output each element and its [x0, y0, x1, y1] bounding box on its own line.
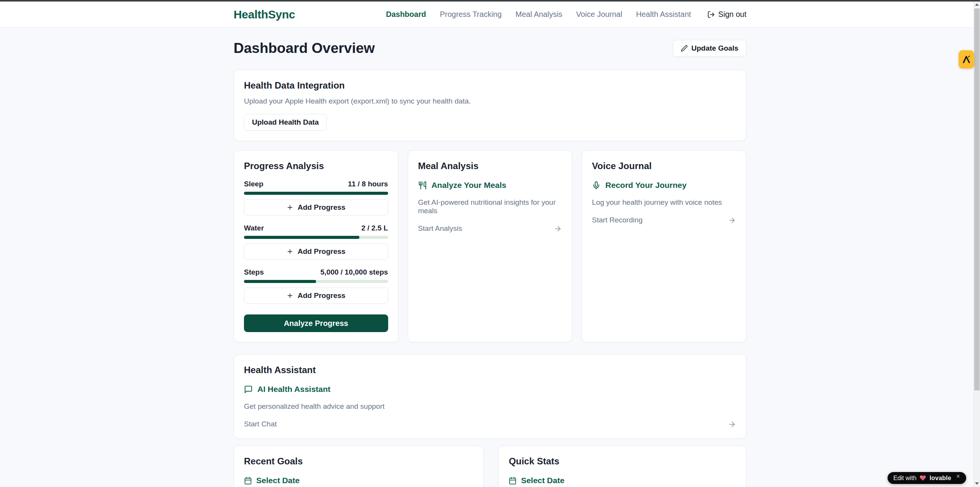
scrollbar-up-arrow-icon[interactable]	[974, 3, 980, 6]
metric-water-value: 2 / 2.5 L	[361, 224, 388, 232]
arrow-right-icon	[728, 420, 736, 428]
meal-analysis-description: Get AI-powered nutritional insights for …	[418, 198, 562, 215]
chat-bubble-icon	[244, 385, 253, 394]
integration-title: Health Data Integration	[244, 80, 736, 91]
lovable-brand-label: lovable	[929, 475, 951, 482]
nav-item-health-assistant[interactable]: Health Assistant	[636, 10, 691, 19]
scrollbar-thumb[interactable]	[974, 8, 980, 390]
utensils-icon	[418, 181, 427, 190]
metric-water-label: Water	[244, 224, 264, 232]
page-title: Dashboard Overview	[234, 40, 375, 56]
progress-analysis-card: Progress Analysis Sleep 11 / 8 hours Add…	[234, 150, 399, 342]
health-data-integration-card: Health Data Integration Upload your Appl…	[234, 70, 746, 141]
ai-health-assistant-link[interactable]: AI Health Assistant	[244, 385, 736, 394]
progress-analysis-title: Progress Analysis	[244, 161, 388, 171]
calendar-icon	[509, 477, 517, 485]
heart-icon	[919, 475, 926, 481]
metric-steps-label: Steps	[244, 268, 264, 276]
metric-sleep-label: Sleep	[244, 180, 264, 188]
app-header: HealthSync Dashboard Progress Tracking M…	[0, 0, 980, 28]
upload-health-data-button[interactable]: Upload Health Data	[244, 114, 327, 131]
pencil-icon	[681, 45, 688, 52]
water-progress-bar	[244, 236, 388, 239]
quick-stats-select-date-button[interactable]: Select Date	[509, 476, 736, 485]
start-recording-action[interactable]: Start Recording	[592, 216, 736, 224]
calendar-icon	[244, 477, 252, 485]
quick-stats-title: Quick Stats	[509, 456, 736, 467]
microphone-icon	[592, 181, 601, 190]
nav-item-progress-tracking[interactable]: Progress Tracking	[440, 10, 502, 19]
metric-sleep-value: 11 / 8 hours	[348, 180, 388, 188]
add-progress-water-button[interactable]: Add Progress	[244, 243, 388, 260]
steps-progress-bar	[244, 280, 388, 283]
plus-icon	[287, 248, 293, 255]
record-your-journey-link[interactable]: Record Your Journey	[592, 181, 736, 190]
metric-water: Water 2 / 2.5 L Add Progress	[244, 224, 388, 260]
edit-with-label: Edit with	[893, 475, 916, 482]
quick-stats-card: Quick Stats Select Date Today Yesterday …	[498, 446, 746, 487]
plus-icon	[287, 292, 293, 299]
analyze-progress-button[interactable]: Analyze Progress	[244, 314, 388, 332]
metric-sleep: Sleep 11 / 8 hours Add Progress	[244, 180, 388, 216]
update-goals-button[interactable]: Update Goals	[673, 40, 746, 57]
sign-out-label: Sign out	[718, 10, 746, 19]
start-chat-action[interactable]: Start Chat	[244, 420, 736, 428]
plus-icon	[287, 204, 293, 211]
add-progress-steps-button[interactable]: Add Progress	[244, 288, 388, 304]
nav-item-meal-analysis[interactable]: Meal Analysis	[516, 10, 562, 19]
meal-analysis-card: Meal Analysis Analyze Your Meals Get AI-…	[408, 150, 573, 342]
add-progress-sleep-button[interactable]: Add Progress	[244, 199, 388, 216]
health-assistant-title: Health Assistant	[244, 365, 736, 375]
arrow-right-icon	[728, 216, 736, 224]
voice-journal-title: Voice Journal	[592, 161, 736, 171]
analyze-your-meals-link[interactable]: Analyze Your Meals	[418, 181, 562, 190]
scrollbar[interactable]	[973, 0, 980, 487]
top-strip	[0, 0, 980, 2]
metric-steps: Steps 5,000 / 10,000 steps Add Progress	[244, 268, 388, 304]
meal-analysis-title: Meal Analysis	[418, 161, 562, 171]
recent-goals-card: Recent Goals Select Date Today Yesterday…	[234, 446, 484, 487]
health-assistant-description: Get personalized health advice and suppo…	[244, 402, 736, 411]
log-out-icon	[707, 11, 715, 18]
voice-journal-card: Voice Journal Record Your Journey Log yo…	[581, 150, 746, 342]
recent-goals-select-date-button[interactable]: Select Date	[244, 476, 473, 485]
start-analysis-action[interactable]: Start Analysis	[418, 224, 562, 233]
arrow-right-icon	[554, 225, 562, 233]
health-assistant-card: Health Assistant AI Health Assistant Get…	[234, 354, 746, 439]
main-nav: Dashboard Progress Tracking Meal Analysi…	[386, 10, 746, 19]
recent-goals-title: Recent Goals	[244, 456, 473, 467]
lovable-logo-icon	[962, 54, 971, 64]
sleep-progress-bar	[244, 192, 388, 195]
nav-item-dashboard[interactable]: Dashboard	[386, 10, 426, 19]
sign-out-button[interactable]: Sign out	[707, 10, 746, 19]
nav-item-voice-journal[interactable]: Voice Journal	[576, 10, 622, 19]
lovable-badge[interactable]: Edit with lovable	[888, 472, 966, 484]
lovable-widget-button[interactable]	[959, 50, 974, 69]
badge-close-icon[interactable]	[956, 474, 960, 479]
metric-steps-value: 5,000 / 10,000 steps	[320, 268, 388, 276]
integration-description: Upload your Apple Health export (export.…	[244, 97, 736, 105]
voice-journal-description: Log your health journey with voice notes	[592, 198, 736, 207]
app-logo[interactable]: HealthSync	[234, 8, 295, 21]
scrollbar-down-arrow-icon[interactable]	[974, 482, 980, 485]
